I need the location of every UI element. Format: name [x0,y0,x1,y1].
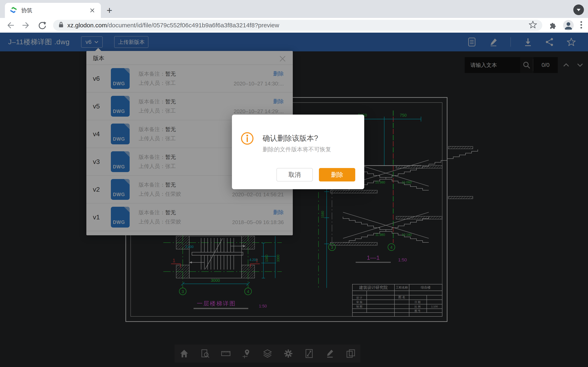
info-icon [241,132,254,146]
dim-overlay [0,33,588,367]
cancel-button[interactable]: 取消 [277,168,313,182]
tab-bar: 协筑 + [0,0,588,18]
forward-icon[interactable] [21,20,31,30]
document-viewer-page: J–11楼梯详图 .dwg v6 上传新版本 [0,33,588,367]
back-icon[interactable] [5,20,15,30]
reload-icon[interactable] [37,20,47,30]
site-favicon [10,6,17,15]
url-bar: xz.glodon.com/document/id/file/0579c552f… [0,18,588,33]
extensions-icon[interactable] [548,21,557,30]
browser-tab[interactable]: 协筑 [5,3,101,18]
dialog-title: 确认删除该版本? [263,133,318,143]
dialog-message: 删除的文件版本将不可恢复 [263,146,331,153]
tab-search-button[interactable] [573,4,584,15]
new-tab-button[interactable]: + [104,4,115,16]
confirm-delete-button[interactable]: 删除 [319,168,355,182]
profile-avatar[interactable] [563,20,574,31]
address-input[interactable]: xz.glodon.com/document/id/file/0579c552f… [53,20,542,31]
url-domain: xz.glodon.com [67,22,107,29]
delete-confirm-dialog: 确认删除该版本? 删除的文件版本将不可恢复 取消 删除 [232,115,364,189]
tab-title: 协筑 [21,7,85,14]
lock-icon[interactable] [58,21,64,29]
url-path: /document/id/file/0579c552f06c491b9a6f6a… [107,22,279,29]
tab-close-icon[interactable] [89,7,96,14]
bookmark-star-icon[interactable] [529,21,537,30]
browser-chrome: 协筑 + xz.glodon.com/document/id/file/0579… [0,0,588,33]
browser-menu-icon[interactable] [580,20,583,30]
